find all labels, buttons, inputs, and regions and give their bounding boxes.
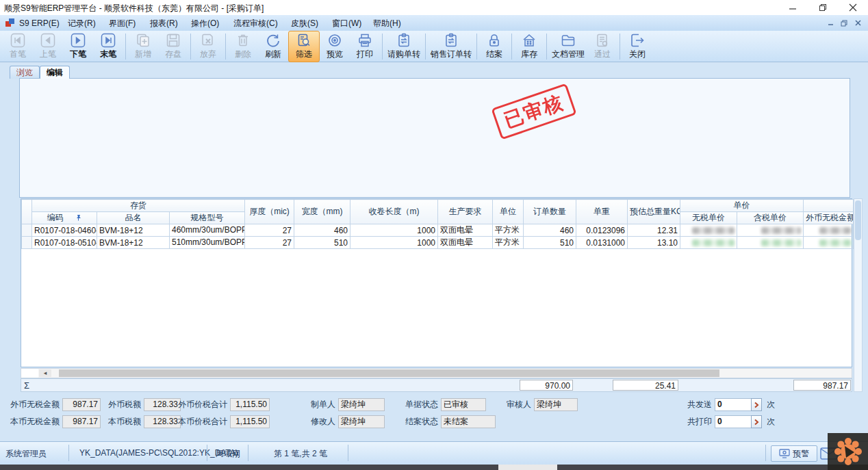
document-management-button[interactable]: 文档管理 xyxy=(549,31,587,62)
filter-icon xyxy=(296,33,311,48)
tab-edit[interactable]: 编辑 xyxy=(40,66,70,79)
send-count-spinner-icon[interactable] xyxy=(751,398,762,411)
col-width[interactable]: 宽度（mm) xyxy=(294,200,350,224)
menu-report[interactable]: 报表(R) xyxy=(147,18,181,29)
cell-est-weight[interactable]: 12.31 xyxy=(628,224,680,237)
next-record-button[interactable]: 下笔 xyxy=(63,31,93,62)
cell-price-incl-redacted[interactable] xyxy=(737,237,804,249)
print-count-spinner-icon[interactable] xyxy=(751,415,762,428)
col-unit-weight[interactable]: 单重 xyxy=(576,200,628,224)
cell-requirement[interactable]: 双面电晕 xyxy=(438,224,493,237)
delete-button[interactable]: 删除 xyxy=(228,31,258,62)
cell-est-weight[interactable]: 13.10 xyxy=(628,237,680,249)
sales-order-transfer-button[interactable]: 销售订单转 xyxy=(428,31,474,62)
menu-workflow[interactable]: 流程审核(C) xyxy=(231,18,281,29)
horizontal-scrollbar-thumb[interactable] xyxy=(59,369,719,377)
mdi-minimize-icon[interactable] xyxy=(824,18,837,28)
cell-spec[interactable]: 460mm/30um/BOPP预涂触... xyxy=(170,224,245,237)
menu-skin[interactable]: 皮肤(S) xyxy=(288,18,321,29)
table-row[interactable]: R0107-018-0460-... BVM-18+12 460mm/30um/… xyxy=(22,224,854,237)
print-button[interactable]: 打印 xyxy=(350,31,380,62)
cell-foreign-redacted[interactable] xyxy=(804,237,854,249)
vertical-scrollbar[interactable] xyxy=(854,198,863,392)
close-icon[interactable] xyxy=(838,0,868,15)
print-count-field[interactable]: 0 xyxy=(715,415,752,428)
cell-foreign-redacted[interactable] xyxy=(804,224,854,237)
mdi-restore-icon[interactable] xyxy=(838,18,850,28)
cell-code[interactable]: R0107-018-0460-... xyxy=(32,224,97,237)
col-unit[interactable]: 单位 xyxy=(493,200,524,224)
cell-length[interactable]: 1000 xyxy=(350,237,438,249)
horizontal-scrollbar[interactable]: ◂ xyxy=(21,368,852,378)
approve-button[interactable]: 通过 xyxy=(587,31,617,62)
send-count-field[interactable]: 0 xyxy=(715,398,752,411)
scroll-left-icon[interactable]: ◂ xyxy=(39,369,51,377)
cell-qty[interactable]: 510 xyxy=(524,237,576,249)
col-roll-length[interactable]: 收卷长度（m) xyxy=(350,200,438,224)
menu-window[interactable]: 窗口(W) xyxy=(329,18,364,29)
cell-price-excl-redacted[interactable] xyxy=(680,224,737,237)
menu-help[interactable]: 帮助(H) xyxy=(370,18,404,29)
cell-code[interactable]: R0107-018-0510-... xyxy=(32,237,97,249)
menu-record[interactable]: 记录(R) xyxy=(65,18,99,29)
col-production-requirement[interactable]: 生产要求 xyxy=(438,200,493,224)
cell-thickness[interactable]: 27 xyxy=(245,224,294,237)
cell-unit-weight[interactable]: 0.0131000 xyxy=(576,237,628,249)
filter-button[interactable]: 筛选 xyxy=(288,31,320,62)
abandon-button[interactable]: 放弃 xyxy=(193,31,223,62)
save-button[interactable]: 存盘 xyxy=(158,31,188,62)
inventory-group-header[interactable]: 存货 xyxy=(32,200,245,212)
close-window-button[interactable]: 关闭 xyxy=(622,31,652,62)
mdi-close-icon[interactable] xyxy=(852,18,864,28)
cell-thickness[interactable]: 27 xyxy=(245,237,294,249)
detail-grid-panel: 存货 厚度（mic) 宽度（mm) 收卷长度（m) 生产要求 单位 订单数量 单… xyxy=(21,198,852,367)
cell-name[interactable]: BVM-18+12 xyxy=(97,237,170,249)
menu-s9erp[interactable]: S9 ERP(E) xyxy=(16,18,62,29)
cell-price-incl-redacted[interactable] xyxy=(737,224,804,237)
requisition-transfer-button[interactable]: 请购单转 xyxy=(385,31,423,62)
tab-browse[interactable]: 浏览 xyxy=(10,66,40,79)
pin-icon[interactable] xyxy=(75,214,81,221)
cell-width[interactable]: 460 xyxy=(294,224,350,237)
menu-operate[interactable]: 操作(O) xyxy=(188,18,222,29)
col-price-incl-tax[interactable]: 含税单价 xyxy=(737,212,804,224)
table-row[interactable]: R0107-018-0510-... BVM-18+12 510mm/30um/… xyxy=(22,237,854,249)
cell-length[interactable]: 1000 xyxy=(350,224,438,237)
cell-unit-weight[interactable]: 0.0123096 xyxy=(576,224,628,237)
col-spec[interactable]: 规格型号 xyxy=(170,212,245,224)
col-order-qty[interactable]: 订单数量 xyxy=(524,200,576,224)
last-record-button[interactable]: 末笔 xyxy=(93,31,123,62)
local-net-label: 本币无税金额 xyxy=(1,415,60,428)
restore-icon[interactable] xyxy=(808,0,838,15)
local-net-value: 987.17 xyxy=(62,415,101,428)
col-est-total-weight[interactable]: 预估总重量KG xyxy=(628,200,680,224)
cell-name[interactable]: BVM-18+12 xyxy=(97,224,170,237)
total-est-weight: 25.41 xyxy=(613,380,678,391)
cell-unit[interactable]: 平方米 xyxy=(493,224,524,237)
menu-ui[interactable]: 界面(F) xyxy=(106,18,138,29)
refresh-button[interactable]: 刷新 xyxy=(258,31,288,62)
cell-spec[interactable]: 510mm/30um/BOPP预涂触... xyxy=(170,237,245,249)
cell-price-excl-redacted[interactable] xyxy=(680,237,737,249)
col-price-excl-tax[interactable]: 无税单价 xyxy=(680,212,737,224)
col-code[interactable]: 编码 xyxy=(32,212,97,224)
foreign-tax-label: 外币税额 xyxy=(103,398,141,411)
vertical-scrollbar-thumb[interactable] xyxy=(855,200,861,240)
cell-qty[interactable]: 460 xyxy=(524,224,576,237)
cell-requirement[interactable]: 双面电晕 xyxy=(438,237,493,249)
alert-button[interactable]: 预警 xyxy=(771,445,817,462)
col-product-name[interactable]: 品名 xyxy=(97,212,170,224)
first-record-button[interactable]: 首笔 xyxy=(3,31,33,62)
minimize-icon[interactable] xyxy=(778,0,808,15)
col-thickness[interactable]: 厚度（mic) xyxy=(245,200,294,224)
new-button[interactable]: 新增 xyxy=(128,31,158,62)
inventory-button[interactable]: 库存 xyxy=(514,31,544,62)
preview-button[interactable]: 预览 xyxy=(320,31,350,62)
unit-price-group-header[interactable]: 单价 xyxy=(680,200,804,212)
cell-width[interactable]: 510 xyxy=(294,237,350,249)
col-foreign-amount[interactable]: 外币无税金额 xyxy=(804,212,854,224)
prev-record-button[interactable]: 上笔 xyxy=(33,31,63,62)
cell-unit[interactable]: 平方米 xyxy=(493,237,524,249)
screen-recorder-overlay-icon[interactable] xyxy=(828,433,868,470)
close-case-button[interactable]: 结案 xyxy=(479,31,509,62)
